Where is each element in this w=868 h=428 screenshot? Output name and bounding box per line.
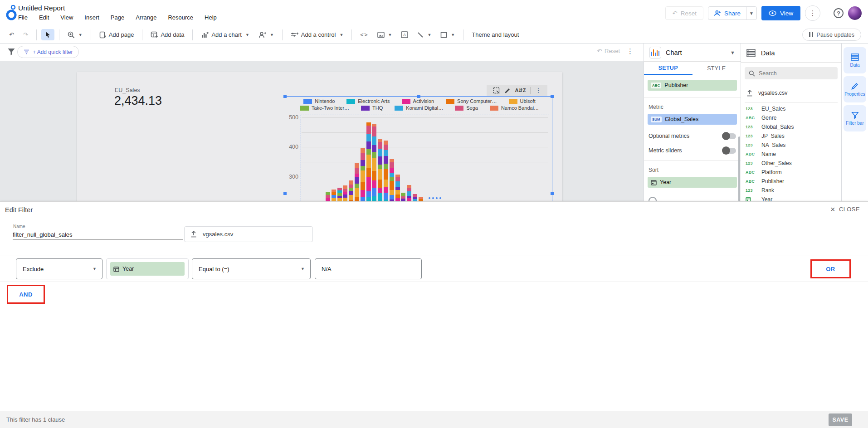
embed-url-button[interactable]: <> bbox=[356, 29, 371, 40]
tab-setup[interactable]: SETUP bbox=[644, 62, 692, 75]
bar-stack-7[interactable] bbox=[361, 148, 365, 205]
menu-arrange[interactable]: Arrange bbox=[136, 14, 156, 21]
legend-item[interactable]: Ubisoft bbox=[509, 98, 536, 104]
legend-item[interactable]: Nintendo bbox=[303, 98, 335, 104]
add-chart-button[interactable]: Add a chart ▼ bbox=[197, 29, 253, 41]
bar-stack-11[interactable] bbox=[384, 141, 388, 203]
metric-chip-global-sales[interactable]: SUM Global_Sales bbox=[648, 114, 737, 125]
zoom-tool-button[interactable]: ▼ bbox=[64, 29, 86, 41]
view-button[interactable]: View bbox=[761, 6, 800, 20]
legend-item[interactable]: Sega bbox=[455, 105, 478, 111]
more-options-button[interactable]: ⋮ bbox=[805, 5, 820, 21]
redo-button[interactable]: ↷ bbox=[20, 29, 32, 40]
chart-drag-handle[interactable] bbox=[429, 197, 441, 199]
data-search-input[interactable] bbox=[759, 70, 827, 77]
chevron-down-icon[interactable]: ▼ bbox=[730, 50, 735, 55]
report-title[interactable]: Untitled Report bbox=[18, 4, 65, 12]
metric-sliders-toggle[interactable] bbox=[722, 148, 736, 154]
menu-help[interactable]: Help bbox=[205, 14, 217, 21]
field-jp-sales[interactable]: 123JP_Sales bbox=[741, 131, 841, 141]
sort-az-icon[interactable]: A⇵Z bbox=[515, 88, 526, 93]
rail-button-data[interactable]: Data bbox=[844, 47, 866, 73]
field-na-sales[interactable]: 123NA_Sales bbox=[741, 141, 841, 150]
menu-resource[interactable]: Resource bbox=[168, 14, 193, 21]
filter-bar-more-icon[interactable]: ⋮ bbox=[627, 47, 634, 55]
selection-handle-mid-right[interactable] bbox=[551, 192, 554, 195]
undo-button[interactable]: ↶ bbox=[5, 29, 18, 40]
legend-item[interactable]: THQ bbox=[361, 105, 383, 111]
selection-handle-top-mid[interactable] bbox=[417, 95, 420, 98]
field-name[interactable]: ABCName bbox=[741, 150, 841, 159]
field-eu-sales[interactable]: 123EU_Sales bbox=[741, 104, 841, 113]
filter-name-input[interactable] bbox=[13, 230, 183, 240]
bar-stack-6[interactable] bbox=[355, 163, 359, 205]
legend-item[interactable]: Sony Computer… bbox=[446, 98, 497, 104]
optional-metrics-toggle[interactable] bbox=[722, 133, 736, 139]
reset-button[interactable]: ↶ Reset bbox=[665, 6, 703, 20]
bar-stack-10[interactable] bbox=[378, 139, 382, 205]
looker-studio-logo-icon[interactable] bbox=[6, 4, 18, 21]
share-dropdown-caret[interactable]: ▼ bbox=[746, 7, 756, 19]
add-line-button[interactable]: ▼ bbox=[414, 29, 435, 40]
theme-and-layout-button[interactable]: Theme and layout bbox=[468, 29, 522, 40]
bar-stack-8[interactable] bbox=[366, 122, 371, 202]
scorecard-value[interactable]: 2,434.13 bbox=[114, 94, 162, 108]
column-chart-icon[interactable] bbox=[649, 47, 661, 58]
user-avatar[interactable] bbox=[848, 6, 862, 20]
include-exclude-select[interactable]: Exclude ▼ bbox=[16, 258, 102, 279]
bar-stack-9[interactable] bbox=[372, 124, 376, 202]
filter-data-source-picker[interactable]: vgsales.csv bbox=[184, 226, 313, 242]
operator-select[interactable]: Equal to (=) ▼ bbox=[192, 258, 311, 279]
filter-value-input[interactable] bbox=[315, 258, 422, 279]
selection-handle-top-right[interactable] bbox=[551, 95, 554, 98]
help-icon[interactable]: ? bbox=[834, 8, 844, 18]
filter-field-picker[interactable]: Year bbox=[106, 258, 189, 279]
bar-stack-13[interactable] bbox=[395, 175, 400, 205]
add-shape-button[interactable]: ▼ bbox=[437, 29, 458, 40]
data-source-row[interactable]: vgsales.csv bbox=[741, 88, 841, 98]
add-page-button[interactable]: Add page bbox=[96, 29, 138, 41]
menu-page[interactable]: Page bbox=[111, 14, 124, 21]
field-other-sales[interactable]: 123Other_Sales bbox=[741, 159, 841, 168]
menu-file[interactable]: File bbox=[18, 14, 28, 21]
pause-updates-button[interactable]: Pause updates bbox=[802, 29, 861, 41]
menu-insert[interactable]: Insert bbox=[84, 14, 99, 21]
field-platform[interactable]: ABCPlatform bbox=[741, 168, 841, 177]
add-quick-filter-button[interactable]: + Add quick filter bbox=[17, 46, 79, 58]
edit-chart-icon[interactable] bbox=[504, 88, 511, 94]
legend-item[interactable]: Electronic Arts bbox=[346, 98, 390, 104]
save-button[interactable]: SAVE bbox=[829, 413, 852, 426]
filter-field-chip-year[interactable]: Year bbox=[110, 262, 185, 276]
selection-handle-top-left[interactable] bbox=[283, 95, 287, 98]
selection-handle-mid-left[interactable] bbox=[283, 192, 287, 195]
legend-item[interactable]: Konami Digital… bbox=[395, 105, 443, 111]
rail-button-properties[interactable]: Properties bbox=[844, 76, 866, 102]
field-genre[interactable]: ABCGenre bbox=[741, 113, 841, 122]
share-button[interactable]: Share bbox=[708, 7, 746, 19]
add-image-button[interactable]: ▼ bbox=[374, 29, 396, 40]
select-tool-button[interactable] bbox=[41, 29, 54, 40]
panel-scrollbar[interactable] bbox=[738, 136, 740, 201]
dimension-chip-publisher[interactable]: ABC Publisher bbox=[648, 80, 737, 91]
add-text-button[interactable]: A bbox=[397, 29, 412, 40]
sort-chip-year[interactable]: Year bbox=[648, 177, 737, 188]
rail-button-filter-bar[interactable]: Filter bar bbox=[844, 105, 866, 131]
menu-edit[interactable]: Edit bbox=[39, 14, 49, 21]
scorecard-metric-label[interactable]: EU_Sales bbox=[115, 87, 140, 93]
and-clause-button[interactable]: AND bbox=[13, 287, 39, 302]
marquee-select-icon[interactable] bbox=[493, 87, 500, 94]
chart-more-options-icon[interactable]: ⋮ bbox=[535, 87, 541, 94]
add-data-button[interactable]: Add data bbox=[147, 29, 188, 41]
close-button[interactable]: × CLOSE bbox=[830, 206, 860, 213]
blend-data-button[interactable]: ▼ bbox=[255, 29, 278, 40]
field-rank[interactable]: 123Rank bbox=[741, 186, 841, 195]
add-control-button[interactable]: Add a control ▼ bbox=[287, 29, 347, 40]
legend-item[interactable]: Namco Bandai… bbox=[490, 105, 539, 111]
filter-reset-button[interactable]: ↶ Reset bbox=[597, 48, 620, 54]
menu-view[interactable]: View bbox=[60, 14, 73, 21]
bar-stack-12[interactable] bbox=[390, 159, 394, 203]
field-global-sales[interactable]: 123Global_Sales bbox=[741, 122, 841, 131]
tab-style[interactable]: STYLE bbox=[692, 62, 741, 75]
legend-item[interactable]: Take-Two Inter… bbox=[300, 105, 349, 111]
legend-item[interactable]: Activision bbox=[402, 98, 434, 104]
